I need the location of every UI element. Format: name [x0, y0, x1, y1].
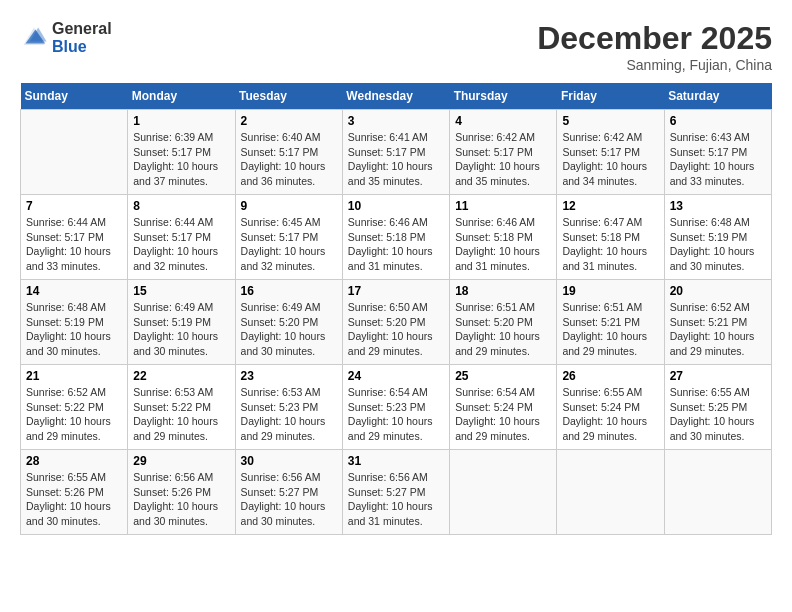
calendar-cell: 18Sunrise: 6:51 AM Sunset: 5:20 PM Dayli…: [450, 280, 557, 365]
day-number: 29: [133, 454, 229, 468]
page-header: General Blue December 2025 Sanming, Fuji…: [20, 20, 772, 73]
day-number: 17: [348, 284, 444, 298]
calendar-cell: 29Sunrise: 6:56 AM Sunset: 5:26 PM Dayli…: [128, 450, 235, 535]
day-number: 7: [26, 199, 122, 213]
calendar-cell: 27Sunrise: 6:55 AM Sunset: 5:25 PM Dayli…: [664, 365, 771, 450]
calendar-cell: 10Sunrise: 6:46 AM Sunset: 5:18 PM Dayli…: [342, 195, 449, 280]
calendar-cell: 20Sunrise: 6:52 AM Sunset: 5:21 PM Dayli…: [664, 280, 771, 365]
day-number: 22: [133, 369, 229, 383]
day-info: Sunrise: 6:45 AM Sunset: 5:17 PM Dayligh…: [241, 215, 337, 274]
day-number: 30: [241, 454, 337, 468]
calendar-cell: 24Sunrise: 6:54 AM Sunset: 5:23 PM Dayli…: [342, 365, 449, 450]
day-info: Sunrise: 6:49 AM Sunset: 5:19 PM Dayligh…: [133, 300, 229, 359]
day-info: Sunrise: 6:56 AM Sunset: 5:26 PM Dayligh…: [133, 470, 229, 529]
calendar-cell: 14Sunrise: 6:48 AM Sunset: 5:19 PM Dayli…: [21, 280, 128, 365]
logo-text: General Blue: [52, 20, 112, 55]
day-info: Sunrise: 6:44 AM Sunset: 5:17 PM Dayligh…: [133, 215, 229, 274]
day-info: Sunrise: 6:55 AM Sunset: 5:25 PM Dayligh…: [670, 385, 766, 444]
calendar-cell: 2Sunrise: 6:40 AM Sunset: 5:17 PM Daylig…: [235, 110, 342, 195]
day-info: Sunrise: 6:42 AM Sunset: 5:17 PM Dayligh…: [562, 130, 658, 189]
day-info: Sunrise: 6:56 AM Sunset: 5:27 PM Dayligh…: [241, 470, 337, 529]
day-info: Sunrise: 6:51 AM Sunset: 5:20 PM Dayligh…: [455, 300, 551, 359]
day-info: Sunrise: 6:39 AM Sunset: 5:17 PM Dayligh…: [133, 130, 229, 189]
day-number: 10: [348, 199, 444, 213]
calendar-cell: 7Sunrise: 6:44 AM Sunset: 5:17 PM Daylig…: [21, 195, 128, 280]
calendar-cell: 3Sunrise: 6:41 AM Sunset: 5:17 PM Daylig…: [342, 110, 449, 195]
calendar-cell: 6Sunrise: 6:43 AM Sunset: 5:17 PM Daylig…: [664, 110, 771, 195]
day-header-saturday: Saturday: [664, 83, 771, 110]
day-info: Sunrise: 6:53 AM Sunset: 5:22 PM Dayligh…: [133, 385, 229, 444]
calendar-cell: 26Sunrise: 6:55 AM Sunset: 5:24 PM Dayli…: [557, 365, 664, 450]
calendar-cell: 22Sunrise: 6:53 AM Sunset: 5:22 PM Dayli…: [128, 365, 235, 450]
month-title: December 2025: [537, 20, 772, 57]
day-number: 8: [133, 199, 229, 213]
calendar-cell: 8Sunrise: 6:44 AM Sunset: 5:17 PM Daylig…: [128, 195, 235, 280]
day-number: 31: [348, 454, 444, 468]
day-info: Sunrise: 6:54 AM Sunset: 5:24 PM Dayligh…: [455, 385, 551, 444]
calendar-cell: 28Sunrise: 6:55 AM Sunset: 5:26 PM Dayli…: [21, 450, 128, 535]
logo-blue-text: Blue: [52, 38, 112, 56]
calendar-cell: 9Sunrise: 6:45 AM Sunset: 5:17 PM Daylig…: [235, 195, 342, 280]
calendar-week-2: 7Sunrise: 6:44 AM Sunset: 5:17 PM Daylig…: [21, 195, 772, 280]
calendar-cell: 4Sunrise: 6:42 AM Sunset: 5:17 PM Daylig…: [450, 110, 557, 195]
day-info: Sunrise: 6:43 AM Sunset: 5:17 PM Dayligh…: [670, 130, 766, 189]
day-header-friday: Friday: [557, 83, 664, 110]
logo-general-text: General: [52, 20, 112, 38]
day-info: Sunrise: 6:53 AM Sunset: 5:23 PM Dayligh…: [241, 385, 337, 444]
day-number: 11: [455, 199, 551, 213]
day-info: Sunrise: 6:44 AM Sunset: 5:17 PM Dayligh…: [26, 215, 122, 274]
day-info: Sunrise: 6:41 AM Sunset: 5:17 PM Dayligh…: [348, 130, 444, 189]
day-number: 14: [26, 284, 122, 298]
day-info: Sunrise: 6:55 AM Sunset: 5:26 PM Dayligh…: [26, 470, 122, 529]
day-number: 12: [562, 199, 658, 213]
calendar-cell: 11Sunrise: 6:46 AM Sunset: 5:18 PM Dayli…: [450, 195, 557, 280]
day-number: 27: [670, 369, 766, 383]
calendar-cell: 13Sunrise: 6:48 AM Sunset: 5:19 PM Dayli…: [664, 195, 771, 280]
day-number: 1: [133, 114, 229, 128]
calendar-cell: [450, 450, 557, 535]
calendar-cell: 16Sunrise: 6:49 AM Sunset: 5:20 PM Dayli…: [235, 280, 342, 365]
calendar-cell: [21, 110, 128, 195]
calendar-cell: 17Sunrise: 6:50 AM Sunset: 5:20 PM Dayli…: [342, 280, 449, 365]
day-info: Sunrise: 6:50 AM Sunset: 5:20 PM Dayligh…: [348, 300, 444, 359]
day-info: Sunrise: 6:56 AM Sunset: 5:27 PM Dayligh…: [348, 470, 444, 529]
day-number: 15: [133, 284, 229, 298]
day-header-monday: Monday: [128, 83, 235, 110]
day-info: Sunrise: 6:48 AM Sunset: 5:19 PM Dayligh…: [26, 300, 122, 359]
day-info: Sunrise: 6:48 AM Sunset: 5:19 PM Dayligh…: [670, 215, 766, 274]
day-number: 19: [562, 284, 658, 298]
day-number: 21: [26, 369, 122, 383]
calendar-week-3: 14Sunrise: 6:48 AM Sunset: 5:19 PM Dayli…: [21, 280, 772, 365]
calendar-week-1: 1Sunrise: 6:39 AM Sunset: 5:17 PM Daylig…: [21, 110, 772, 195]
day-number: 24: [348, 369, 444, 383]
day-number: 3: [348, 114, 444, 128]
day-info: Sunrise: 6:55 AM Sunset: 5:24 PM Dayligh…: [562, 385, 658, 444]
day-number: 16: [241, 284, 337, 298]
day-number: 2: [241, 114, 337, 128]
day-info: Sunrise: 6:52 AM Sunset: 5:22 PM Dayligh…: [26, 385, 122, 444]
day-number: 25: [455, 369, 551, 383]
calendar-cell: [557, 450, 664, 535]
calendar-header-row: SundayMondayTuesdayWednesdayThursdayFrid…: [21, 83, 772, 110]
calendar-table: SundayMondayTuesdayWednesdayThursdayFrid…: [20, 83, 772, 535]
calendar-cell: 21Sunrise: 6:52 AM Sunset: 5:22 PM Dayli…: [21, 365, 128, 450]
day-info: Sunrise: 6:52 AM Sunset: 5:21 PM Dayligh…: [670, 300, 766, 359]
day-number: 18: [455, 284, 551, 298]
calendar-cell: [664, 450, 771, 535]
location-text: Sanming, Fujian, China: [537, 57, 772, 73]
day-info: Sunrise: 6:47 AM Sunset: 5:18 PM Dayligh…: [562, 215, 658, 274]
day-info: Sunrise: 6:54 AM Sunset: 5:23 PM Dayligh…: [348, 385, 444, 444]
day-header-tuesday: Tuesday: [235, 83, 342, 110]
calendar-week-5: 28Sunrise: 6:55 AM Sunset: 5:26 PM Dayli…: [21, 450, 772, 535]
day-info: Sunrise: 6:49 AM Sunset: 5:20 PM Dayligh…: [241, 300, 337, 359]
day-number: 6: [670, 114, 766, 128]
calendar-cell: 23Sunrise: 6:53 AM Sunset: 5:23 PM Dayli…: [235, 365, 342, 450]
calendar-cell: 30Sunrise: 6:56 AM Sunset: 5:27 PM Dayli…: [235, 450, 342, 535]
calendar-cell: 19Sunrise: 6:51 AM Sunset: 5:21 PM Dayli…: [557, 280, 664, 365]
day-info: Sunrise: 6:46 AM Sunset: 5:18 PM Dayligh…: [455, 215, 551, 274]
calendar-week-4: 21Sunrise: 6:52 AM Sunset: 5:22 PM Dayli…: [21, 365, 772, 450]
calendar-cell: 15Sunrise: 6:49 AM Sunset: 5:19 PM Dayli…: [128, 280, 235, 365]
day-number: 4: [455, 114, 551, 128]
calendar-cell: 12Sunrise: 6:47 AM Sunset: 5:18 PM Dayli…: [557, 195, 664, 280]
day-number: 9: [241, 199, 337, 213]
